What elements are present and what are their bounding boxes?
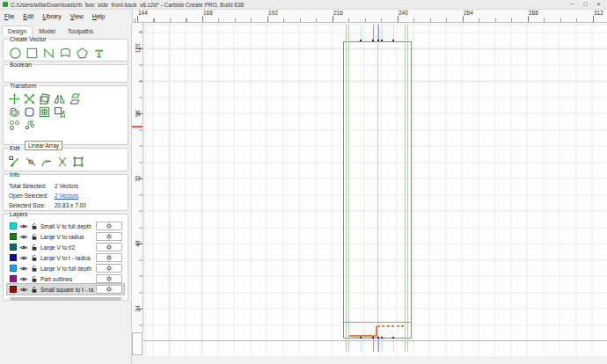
layer-color-swatch[interactable]	[10, 233, 17, 240]
polygon-tool-icon[interactable]	[76, 47, 89, 60]
layer-name[interactable]: Small square to t - radius	[40, 287, 93, 293]
vector-node[interactable]	[377, 40, 379, 41]
close-vector-tool-icon[interactable]	[40, 156, 53, 168]
shape-merge-tool-icon[interactable]	[54, 106, 65, 118]
tab-toolpaths[interactable]: Toolpaths	[62, 25, 99, 36]
layer-settings-button[interactable]	[96, 253, 122, 262]
layer-unlock-icon[interactable]	[31, 265, 38, 273]
linear-array-tool-icon[interactable]	[9, 120, 20, 131]
layer-visibility-eye-icon[interactable]	[19, 244, 28, 251]
layer-settings-button[interactable]	[96, 274, 122, 283]
selected-vector-solid[interactable]	[349, 335, 377, 337]
vector-line-cyan[interactable]	[377, 25, 378, 352]
layer-unlock-icon[interactable]	[31, 222, 38, 230]
layer-unlock-icon[interactable]	[31, 275, 38, 283]
layer-name[interactable]: Small V to full depth	[40, 223, 93, 229]
node-edit-tool-icon[interactable]	[9, 156, 21, 168]
text-tool-icon[interactable]: T	[92, 47, 106, 60]
circle-tool-icon[interactable]	[9, 47, 22, 60]
vector-node[interactable]	[392, 40, 394, 41]
vector-line-green[interactable]	[348, 25, 349, 352]
layer-row[interactable]: Part outlines	[7, 273, 124, 284]
layer-unlock-icon[interactable]	[31, 286, 38, 294]
layer-row[interactable]: Large V to full depth	[7, 263, 124, 273]
tab-design[interactable]: Design	[2, 25, 33, 36]
layer-row-selected[interactable]: Small square to t - radius	[7, 284, 124, 295]
vector-node[interactable]	[381, 40, 383, 41]
vector-line-green[interactable]	[407, 25, 408, 352]
fillet-tool-icon[interactable]	[24, 106, 35, 118]
layer-settings-button[interactable]	[96, 264, 122, 273]
maximize-button[interactable]: □	[579, 0, 592, 9]
vector-line-green[interactable]	[405, 25, 406, 352]
design-canvas[interactable]	[143, 23, 607, 356]
curve-tool-icon[interactable]	[59, 47, 72, 60]
info-value: 2 Vectors	[55, 181, 78, 191]
layer-color-swatch[interactable]	[10, 265, 17, 272]
mirror-tool-icon[interactable]	[54, 93, 65, 105]
layer-name[interactable]: Large V to t - radius	[40, 255, 93, 261]
layer-name[interactable]: Large V to full depth	[40, 266, 93, 272]
vector-node[interactable]	[377, 337, 379, 339]
nested-duplicate-tool-icon[interactable]	[39, 106, 50, 118]
layer-name[interactable]: Part outlines	[40, 276, 93, 282]
vector-line-gray[interactable]	[343, 322, 412, 323]
layer-settings-button[interactable]	[96, 243, 122, 251]
layer-settings-button[interactable]	[96, 222, 122, 230]
layer-visibility-eye-icon[interactable]	[19, 276, 28, 282]
layer-visibility-eye-icon[interactable]	[19, 234, 28, 240]
layer-unlock-icon[interactable]	[31, 233, 38, 241]
menu-view[interactable]: View	[66, 12, 88, 20]
selected-vector-dashed[interactable]	[377, 325, 406, 327]
layer-settings-button[interactable]	[96, 232, 122, 241]
layer-unlock-icon[interactable]	[31, 244, 38, 251]
boundary-tool-icon[interactable]	[72, 156, 84, 168]
offset-tool-icon[interactable]	[9, 106, 20, 118]
vector-node[interactable]	[372, 40, 374, 41]
layer-name[interactable]: Large V to radius	[40, 234, 93, 240]
close-button[interactable]: ×	[592, 0, 605, 9]
cut-vector-tool-icon[interactable]	[25, 156, 37, 168]
app-icon	[3, 2, 8, 7]
layer-row[interactable]: Large V to t/2	[7, 242, 124, 252]
tab-model[interactable]: Model	[33, 25, 62, 36]
menu-file[interactable]: File	[0, 12, 18, 20]
selected-vector-riser[interactable]	[376, 326, 377, 337]
open-vectors-link[interactable]: 2 Vectors	[55, 191, 78, 200]
minimize-button[interactable]: −	[566, 0, 579, 9]
vector-node[interactable]	[372, 337, 374, 339]
layer-color-swatch[interactable]	[10, 286, 17, 293]
layer-visibility-eye-icon[interactable]	[19, 266, 28, 272]
layer-row[interactable]: Small V to full depth	[7, 221, 124, 231]
layer-row[interactable]: Large V to radius	[7, 231, 124, 242]
vector-node[interactable]	[392, 337, 394, 339]
vector-node[interactable]	[381, 337, 383, 339]
move-tool-icon[interactable]	[9, 93, 20, 105]
shear-tool-icon[interactable]	[69, 93, 80, 105]
rotate-tool-icon[interactable]	[39, 93, 50, 105]
vector-line-green[interactable]	[346, 25, 347, 352]
layer-row[interactable]: Large V to t - radius	[7, 252, 124, 263]
menu-help[interactable]: Help	[88, 12, 109, 20]
layer-color-swatch[interactable]	[10, 222, 17, 229]
vector-node[interactable]	[360, 337, 362, 339]
layer-color-swatch[interactable]	[10, 254, 17, 261]
trim-vectors-tool-icon[interactable]	[56, 156, 69, 168]
circular-array-tool-icon[interactable]	[24, 120, 35, 131]
layer-name[interactable]: Large V to t/2	[40, 244, 93, 251]
size-tool-icon[interactable]	[24, 93, 35, 105]
menu-library[interactable]: Library	[38, 12, 65, 20]
layer-settings-button[interactable]	[96, 285, 122, 294]
layer-visibility-eye-icon[interactable]	[19, 287, 28, 293]
menu-edit[interactable]: Edit	[18, 12, 38, 20]
layer-visibility-eye-icon[interactable]	[19, 255, 28, 261]
layer-unlock-icon[interactable]	[31, 254, 38, 262]
layer-color-swatch[interactable]	[10, 275, 17, 282]
vector-node[interactable]	[360, 40, 362, 41]
layers-scrollbar[interactable]	[8, 297, 123, 301]
layer-color-swatch[interactable]	[10, 244, 17, 251]
layers-scrollbar-thumb[interactable]	[11, 297, 121, 301]
rectangle-tool-icon[interactable]	[26, 47, 39, 60]
layer-visibility-eye-icon[interactable]	[19, 223, 28, 229]
polyline-tool-icon[interactable]	[42, 47, 55, 60]
